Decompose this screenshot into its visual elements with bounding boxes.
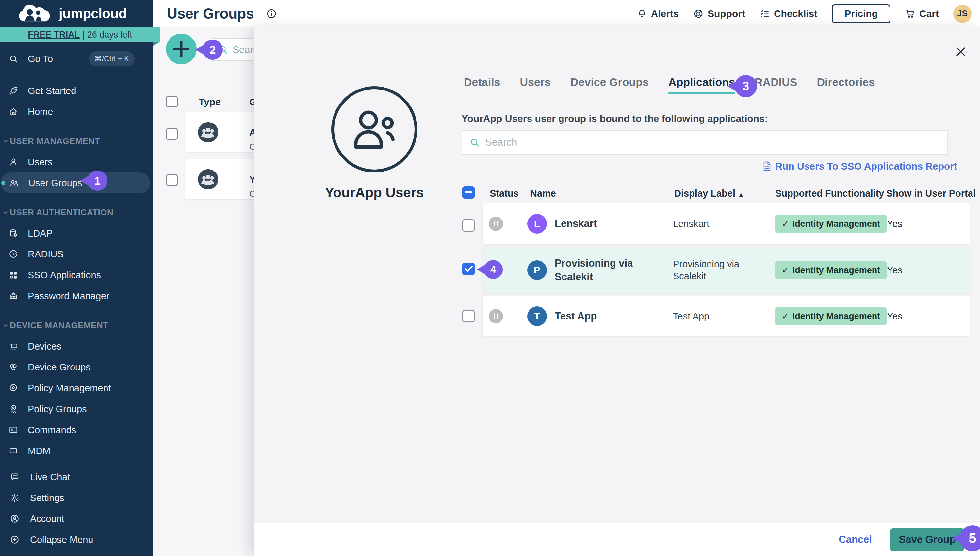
sidebar-section-user-authentication[interactable]: USER AUTHENTICATION <box>0 202 153 223</box>
keyboard-shortcut-badge: ⌘/Ctrl + K <box>89 51 135 66</box>
radius-radar-icon <box>8 249 18 259</box>
column-header-functionality[interactable]: Supported Functionality <box>775 188 884 199</box>
application-row-checkbox[interactable] <box>462 219 475 232</box>
password-manager-icon <box>8 291 18 301</box>
sidebar-item-collapse-menu[interactable]: Collapse Menu <box>0 529 153 550</box>
sort-ascending-icon: ▲ <box>738 191 744 198</box>
sidebar-item-radius[interactable]: RADIUS <box>0 244 153 265</box>
group-row-checkbox[interactable] <box>166 128 178 140</box>
top-header: User Groups Alerts Support <box>153 0 980 27</box>
sidebar-item-sso-applications[interactable]: SSO Applications <box>0 265 153 286</box>
sidebar-item-policy-management[interactable]: Policy Management <box>0 378 153 399</box>
cart-icon <box>905 8 915 19</box>
functionality-label: Identity Management <box>793 311 880 321</box>
group-name: YourApp Users <box>306 185 443 200</box>
sidebar-item-users[interactable]: Users <box>0 152 153 173</box>
functionality-label: Identity Management <box>793 265 880 275</box>
sidebar-item-policy-groups[interactable]: Policy Groups <box>0 399 153 419</box>
trial-banner-fold <box>153 42 160 46</box>
check-icon: ✓ <box>782 265 789 275</box>
sidebar-item-password-manager[interactable]: Password Manager <box>0 286 153 306</box>
tab-users[interactable]: Users <box>520 76 551 94</box>
sidebar-item-get-started[interactable]: Get Started <box>0 80 153 101</box>
user-avatar[interactable]: JS <box>953 5 972 23</box>
chevron-down-icon <box>2 137 9 145</box>
header-actions: Alerts Support Checklist Pricing <box>637 4 980 23</box>
account-person-icon <box>10 514 19 524</box>
section-label: USER MANAGEMENT <box>10 136 100 146</box>
sidebar-item-account[interactable]: Account <box>0 508 153 529</box>
column-header-portal[interactable]: Show in User Portal <box>886 188 976 199</box>
group-row-checkbox[interactable] <box>166 174 178 186</box>
section-label: DEVICE MANAGEMENT <box>10 320 108 331</box>
display-label-text: Display Label <box>674 188 735 199</box>
sidebar-item-label: Get Started <box>28 86 76 96</box>
sidebar-item-label: LDAP <box>28 228 53 239</box>
sidebar-item-commands[interactable]: Commands <box>0 419 153 440</box>
sidebar-section-user-management[interactable]: USER MANAGEMENT <box>0 131 153 152</box>
active-indicator-dot <box>1 181 5 185</box>
alerts-label: Alerts <box>651 8 679 19</box>
column-header-type[interactable]: Type <box>199 96 221 107</box>
ldap-database-icon <box>8 228 18 238</box>
column-header-name[interactable]: Name <box>530 188 556 199</box>
collapse-arrow-icon <box>10 535 19 545</box>
goto-search[interactable]: Go To ⌘/Ctrl + K <box>0 48 153 70</box>
application-row[interactable]: P Provisioning via Scalekit Provisioning… <box>483 247 970 293</box>
group-avatar <box>198 169 218 189</box>
applications-search-input[interactable] <box>462 137 947 148</box>
sidebar-section-device-management[interactable]: DEVICE MANAGEMENT <box>0 315 153 336</box>
application-row[interactable]: L Lenskart Lenskart ✓Identity Management… <box>483 203 970 244</box>
cart-button[interactable]: Cart <box>905 8 939 19</box>
sidebar-item-settings[interactable]: Settings <box>0 487 153 508</box>
sidebar-item-ldap[interactable]: LDAP <box>0 223 153 244</box>
support-button[interactable]: Support <box>693 8 745 19</box>
sidebar-nav: Get Started Home USER MANAGEMENT Users <box>0 80 153 461</box>
jumpcloud-cloud-icon <box>16 4 54 23</box>
application-name: Test App <box>555 309 638 323</box>
select-all-groups-checkbox[interactable] <box>166 96 178 107</box>
application-row-checkbox[interactable] <box>462 263 475 275</box>
free-trial-banner[interactable]: FREE TRIAL | 26 days left <box>0 27 160 42</box>
application-row[interactable]: T Test App Test App ✓Identity Management… <box>483 296 970 336</box>
alerts-button[interactable]: Alerts <box>637 8 679 19</box>
info-icon[interactable] <box>266 8 277 19</box>
select-all-applications-checkbox[interactable] <box>462 186 475 199</box>
add-group-button[interactable] <box>166 34 197 65</box>
functionality-label: Identity Management <box>793 219 880 229</box>
checklist-button[interactable]: Checklist <box>759 8 817 19</box>
sidebar-item-device-groups[interactable]: Device Groups <box>0 357 153 378</box>
sidebar-item-user-groups[interactable]: User Groups <box>1 173 150 193</box>
column-header-display-label[interactable]: Display Label▲ <box>674 188 744 199</box>
sidebar: jumpcloud FREE TRIAL | 26 days left Go T… <box>0 0 153 556</box>
tab-directories[interactable]: Directories <box>817 76 875 94</box>
run-report-label: Run Users To SSO Applications Report <box>775 161 957 172</box>
tab-applications[interactable]: Applications <box>668 76 735 94</box>
bound-applications-description: YourApp Users user group is bound to the… <box>462 113 768 124</box>
sso-grid-icon <box>8 270 18 280</box>
sidebar-item-label: Live Chat <box>30 472 70 483</box>
application-display-label: Test App <box>673 310 771 322</box>
pricing-button[interactable]: Pricing <box>832 4 891 23</box>
tab-details[interactable]: Details <box>464 76 500 94</box>
sidebar-item-label: RADIUS <box>28 249 64 260</box>
tab-radius[interactable]: RADIUS <box>755 76 797 94</box>
sidebar-item-home[interactable]: Home <box>0 101 153 122</box>
sidebar-item-devices[interactable]: Devices <box>0 336 153 357</box>
column-header-status[interactable]: Status <box>490 188 519 199</box>
tab-device-groups[interactable]: Device Groups <box>570 76 649 94</box>
run-report-link[interactable]: Run Users To SSO Applications Report <box>763 161 957 172</box>
sidebar-item-label: Devices <box>28 341 61 352</box>
sidebar-item-mdm[interactable]: MDM <box>0 440 153 461</box>
panel-tabs: Details Users Device Groups Applications… <box>464 76 875 94</box>
user-icon <box>8 157 18 167</box>
close-icon[interactable] <box>954 44 968 59</box>
sidebar-item-live-chat[interactable]: Live Chat <box>0 467 153 487</box>
applications-search-box <box>462 130 948 155</box>
jumpcloud-logo[interactable]: jumpcloud <box>16 3 127 24</box>
sidebar-divider <box>16 73 135 73</box>
application-row-checkbox[interactable] <box>462 310 475 322</box>
device-groups-icon <box>8 362 18 372</box>
cancel-button[interactable]: Cancel <box>838 534 872 546</box>
sidebar-item-label: Settings <box>30 493 65 503</box>
